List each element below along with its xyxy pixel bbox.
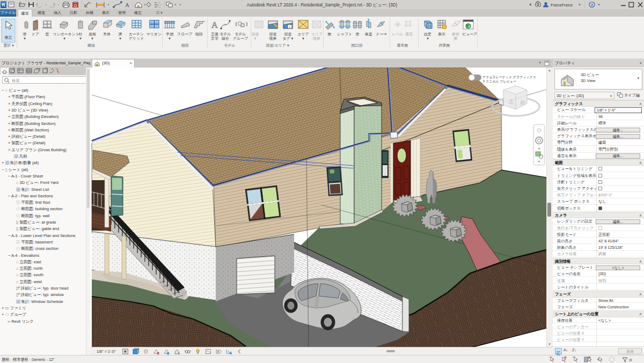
- svg-text:テクニカル プレビュー: テクニカル プレビュー: [482, 80, 516, 83]
- svg-text:?: ?: [591, 3, 594, 8]
- svg-text:A: A: [211, 20, 218, 30]
- svg-text:r: r: [289, 25, 290, 28]
- svg-text:左: 左: [509, 99, 514, 105]
- svg-text:FrenzFrenz: FrenzFrenz: [551, 3, 573, 8]
- svg-text:前: 前: [520, 100, 525, 106]
- svg-text::0: :0: [628, 358, 632, 362]
- svg-text:アクセラレーテッド グラフィックス: アクセラレーテッド グラフィックス: [482, 76, 536, 79]
- svg-text:A: A: [125, 2, 129, 8]
- svg-text:R: R: [2, 2, 5, 8]
- svg-text:G: G: [74, 3, 77, 8]
- svg-text:Autodesk Revit LT 2026.4 - Res: Autodesk Revit LT 2026.4 - Residential_S…: [247, 3, 398, 8]
